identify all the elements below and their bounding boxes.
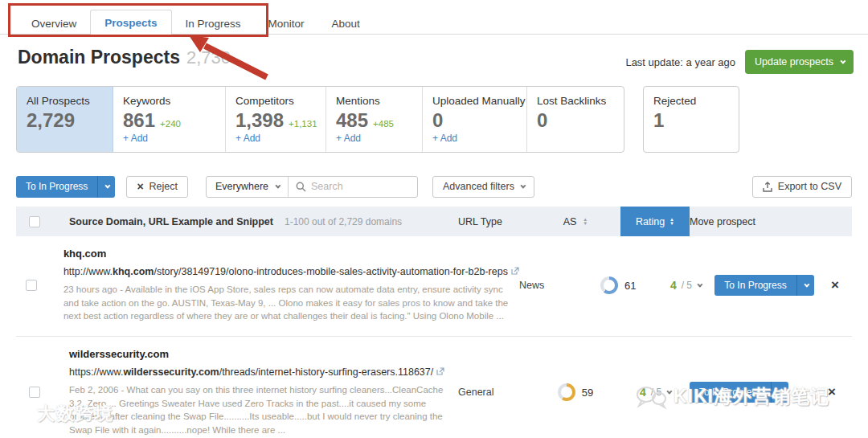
- row-move-caret[interactable]: [796, 275, 814, 296]
- column-move-prospect: Move prospect: [690, 216, 755, 227]
- add-keywords-link[interactable]: + Add: [123, 133, 215, 144]
- results-range: 1-100 out of 2,729 domains: [285, 216, 402, 227]
- row-remove-button[interactable]: ×: [831, 277, 839, 293]
- prospect-stats-cards: All Prospects 2,729 Keywords 861 +240 + …: [16, 86, 624, 153]
- rating-dropdown[interactable]: 4 / 5: [657, 248, 715, 323]
- chevron-down-icon: [840, 58, 845, 63]
- bulk-move-caret[interactable]: [97, 176, 115, 198]
- row-url-link[interactable]: http://www.khq.com/story/38149719/olono-…: [63, 266, 508, 277]
- watermark-kiki: KIKI海外营销笔记: [635, 384, 829, 409]
- export-icon: [763, 182, 772, 192]
- page-title-count: 2,730: [186, 47, 231, 68]
- stat-value: 2,729: [27, 109, 75, 132]
- row-snippet: 23 hours ago - Available in the iOS App …: [63, 283, 518, 323]
- prospects-page: Overview Prospects In Progress Monitor A…: [0, 0, 868, 438]
- url-path: /threads/internet-history-surfing-eraser…: [219, 366, 434, 378]
- stat-card-competitors[interactable]: Competitors 1,398 +1,131 + Add: [226, 87, 326, 152]
- row-move-label: To In Progress: [714, 275, 796, 296]
- column-as-sort[interactable]: AS ▲▼: [530, 207, 620, 236]
- tab-monitor[interactable]: Monitor: [255, 11, 318, 36]
- rating-value: 4: [670, 279, 677, 292]
- update-prospects-label: Update prospects: [755, 56, 833, 68]
- tab-prospects[interactable]: Prospects: [90, 10, 171, 36]
- url-domain: wilderssecurity.com: [123, 366, 219, 378]
- row-domain[interactable]: khq.com: [63, 248, 519, 260]
- search-input[interactable]: [311, 181, 407, 192]
- stat-label: Lost Backlinks: [537, 95, 614, 107]
- tab-in-progress[interactable]: In Progress: [172, 11, 255, 36]
- url-domain: khq.com: [113, 266, 154, 277]
- as-score-value: 61: [624, 280, 636, 292]
- as-score-donut: [600, 276, 618, 294]
- stat-value: 1,398: [235, 109, 284, 132]
- scope-dropdown[interactable]: Everywhere: [207, 177, 289, 197]
- stat-card-uploaded-manually[interactable]: Uploaded Manually 0 + Add: [423, 87, 527, 152]
- stat-delta: +1,131: [289, 119, 317, 129]
- chevron-down-icon: [275, 182, 280, 188]
- external-link-icon[interactable]: [436, 367, 444, 375]
- external-link-icon[interactable]: [511, 267, 519, 275]
- add-uploaded-link[interactable]: + Add: [432, 133, 517, 144]
- watermark-text: KIKI海外营销笔记: [674, 384, 829, 409]
- add-mentions-link[interactable]: + Add: [336, 133, 412, 144]
- stat-delta: +240: [160, 119, 181, 129]
- stat-card-lost-backlinks[interactable]: Lost Backlinks 0: [527, 87, 624, 152]
- table-header-row: Source Domain, URL Example and Snippet 1…: [16, 207, 852, 236]
- url-prefix: http://www.: [63, 266, 113, 277]
- tab-overview[interactable]: Overview: [18, 11, 90, 36]
- row-url-link[interactable]: https://www.wilderssecurity.com/threads/…: [69, 366, 433, 378]
- stat-card-keywords[interactable]: Keywords 861 +240 + Add: [113, 87, 226, 152]
- row-checkbox[interactable]: [29, 387, 40, 398]
- stat-label: Uploaded Manually: [432, 95, 517, 107]
- chevron-down-icon: [520, 182, 526, 188]
- stat-card-mentions[interactable]: Mentions 485 +485 + Add: [326, 87, 423, 152]
- reject-button[interactable]: × Reject: [126, 176, 188, 198]
- stat-label: All Prospects: [27, 95, 103, 107]
- export-csv-button[interactable]: Export to CSV: [752, 176, 852, 198]
- advanced-filters-button[interactable]: Advanced filters: [432, 176, 534, 198]
- scope-label: Everywhere: [215, 181, 268, 192]
- stat-label: Competitors: [235, 95, 316, 107]
- row-checkbox[interactable]: [26, 280, 37, 291]
- column-source-domain: Source Domain, URL Example and Snippet: [69, 216, 273, 227]
- tab-bar: Overview Prospects In Progress Monitor A…: [0, 0, 868, 35]
- column-url-type[interactable]: URL Type: [458, 216, 502, 227]
- row-move-button[interactable]: To In Progress: [714, 275, 813, 296]
- as-score-value: 59: [582, 387, 593, 399]
- stat-card-rejected[interactable]: Rejected 1: [643, 86, 739, 153]
- stat-value: 861: [123, 109, 155, 132]
- stat-label: Mentions: [336, 95, 412, 107]
- add-competitors-link[interactable]: + Add: [235, 133, 316, 144]
- tab-about[interactable]: About: [318, 11, 374, 36]
- chevron-down-icon: [697, 281, 702, 287]
- watermark-dashu: 大数跨境: [5, 402, 114, 426]
- last-update-text: Last update: a year ago: [625, 56, 735, 68]
- url-prefix: https://www.: [69, 366, 123, 378]
- table-row: khq.com http://www.khq.com/story/3814971…: [16, 236, 852, 337]
- sort-arrows-icon: ▲▼: [583, 218, 588, 226]
- stat-label: Keywords: [123, 95, 215, 107]
- as-score-donut: [558, 383, 575, 401]
- stat-value: 1: [653, 109, 664, 132]
- select-all-checkbox[interactable]: [29, 216, 40, 227]
- stat-value: 0: [432, 109, 443, 132]
- search-icon: [296, 182, 306, 192]
- row-url-type: General: [458, 387, 493, 398]
- page-title: Domain Prospects: [18, 47, 180, 68]
- bulk-move-button[interactable]: To In Progress: [16, 176, 115, 198]
- url-path: /story/38149719/olono-introduces-mobile-…: [154, 266, 508, 277]
- row-url-type: News: [519, 280, 544, 291]
- column-as-label: AS: [563, 216, 577, 227]
- stat-delta: +485: [373, 119, 394, 129]
- watermark-text: 大数跨境: [37, 402, 114, 426]
- rating-max: / 5: [682, 280, 692, 291]
- stat-value: 0: [537, 109, 547, 132]
- search-group: Everywhere: [206, 176, 418, 198]
- x-icon: ×: [137, 180, 143, 193]
- dashu-logo-icon: [5, 403, 32, 425]
- update-prospects-button[interactable]: Update prospects: [745, 50, 854, 74]
- row-domain[interactable]: wilderssecurity.com: [69, 348, 458, 360]
- stat-value: 485: [336, 109, 368, 132]
- stat-card-all-prospects[interactable]: All Prospects 2,729: [17, 87, 113, 152]
- column-rating-sort[interactable]: Rating ▲▼: [620, 207, 690, 236]
